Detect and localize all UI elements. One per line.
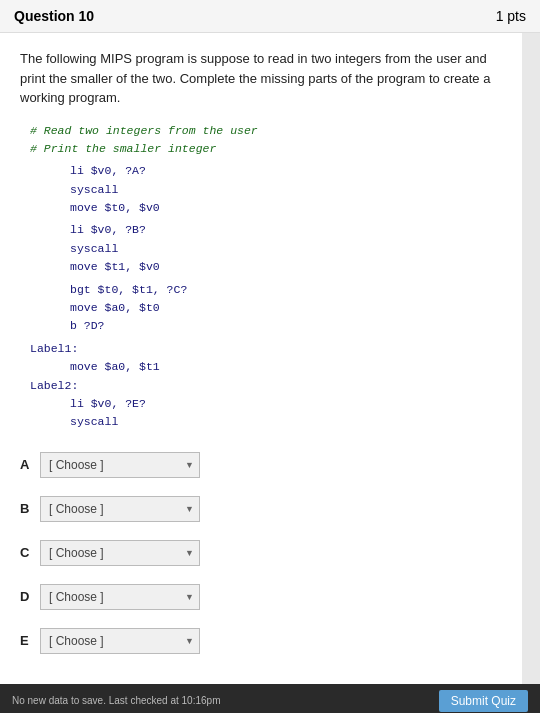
code-line-4: li $v0, ?B? (30, 221, 502, 239)
code-block: # Read two integers from the user # Prin… (20, 122, 502, 432)
question-number: Question 10 (14, 8, 94, 24)
page-wrapper: Question 10 1 pts The following MIPS pro… (0, 0, 540, 713)
select-wrapper-e[interactable]: [ Choose ] 1 4 5 8 10 11 (40, 628, 200, 654)
label-c: C (20, 545, 40, 560)
answer-row-e: E [ Choose ] 1 4 5 8 10 11 (20, 624, 502, 658)
code-comment-2: # Print the smaller integer (30, 140, 502, 158)
label-d: D (20, 589, 40, 604)
code-line-11: li $v0, ?E? (30, 395, 502, 413)
code-line-1: li $v0, ?A? (30, 162, 502, 180)
code-label1: Label1: (30, 340, 502, 358)
question-intro: The following MIPS program is suppose to… (20, 49, 502, 108)
code-label2: Label2: (30, 377, 502, 395)
label-e: E (20, 633, 40, 648)
dropdown-d[interactable]: [ Choose ] Label1 Label2 Label3 (40, 584, 200, 610)
answer-row-b: B [ Choose ] 1 4 5 8 10 11 (20, 492, 502, 526)
code-line-6: move $t1, $v0 (30, 258, 502, 276)
answer-row-a: A [ Choose ] 1 4 5 8 10 11 (20, 448, 502, 482)
code-line-5: syscall (30, 240, 502, 258)
label-a: A (20, 457, 40, 472)
label-b: B (20, 501, 40, 516)
code-line-9: b ?D? (30, 317, 502, 335)
question-header: Question 10 1 pts (0, 0, 540, 33)
answer-row-d: D [ Choose ] Label1 Label2 Label3 (20, 580, 502, 614)
code-line-12: syscall (30, 413, 502, 431)
code-line-10: move $a0, $t1 (30, 358, 502, 376)
select-wrapper-a[interactable]: [ Choose ] 1 4 5 8 10 11 (40, 452, 200, 478)
dropdown-e[interactable]: [ Choose ] 1 4 5 8 10 11 (40, 628, 200, 654)
select-wrapper-b[interactable]: [ Choose ] 1 4 5 8 10 11 (40, 496, 200, 522)
select-wrapper-d[interactable]: [ Choose ] Label1 Label2 Label3 (40, 584, 200, 610)
submit-quiz-button[interactable]: Submit Quiz (439, 690, 528, 712)
footer-bar: No new data to save. Last checked at 10:… (0, 684, 540, 713)
footer-status: No new data to save. Last checked at 10:… (12, 695, 220, 706)
answer-row-c: C [ Choose ] Label1 Label2 Label3 (20, 536, 502, 570)
points-label: 1 pts (496, 8, 526, 24)
dropdown-a[interactable]: [ Choose ] 1 4 5 8 10 11 (40, 452, 200, 478)
select-wrapper-c[interactable]: [ Choose ] Label1 Label2 Label3 (40, 540, 200, 566)
answers-section: A [ Choose ] 1 4 5 8 10 11 B (20, 448, 502, 658)
code-comment-1: # Read two integers from the user (30, 122, 502, 140)
code-line-8: move $a0, $t0 (30, 299, 502, 317)
main-content: The following MIPS program is suppose to… (0, 33, 522, 684)
code-line-2: syscall (30, 181, 502, 199)
code-line-3: move $t0, $v0 (30, 199, 502, 217)
dropdown-c[interactable]: [ Choose ] Label1 Label2 Label3 (40, 540, 200, 566)
code-line-7: bgt $t0, $t1, ?C? (30, 281, 502, 299)
dropdown-b[interactable]: [ Choose ] 1 4 5 8 10 11 (40, 496, 200, 522)
